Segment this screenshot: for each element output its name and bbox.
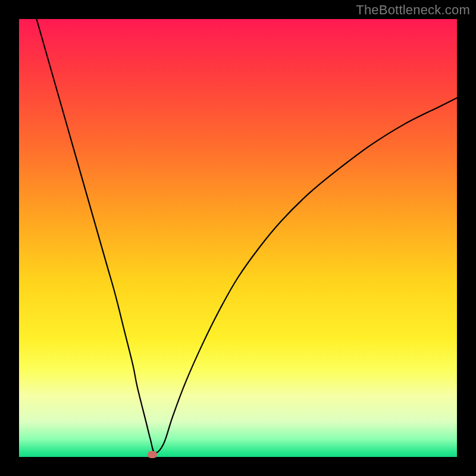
optimum-marker <box>148 451 157 458</box>
bottleneck-curve <box>19 19 457 457</box>
watermark-text: TheBottleneck.com <box>356 2 470 18</box>
chart-frame: TheBottleneck.com <box>0 0 476 476</box>
plot-area <box>19 19 457 457</box>
